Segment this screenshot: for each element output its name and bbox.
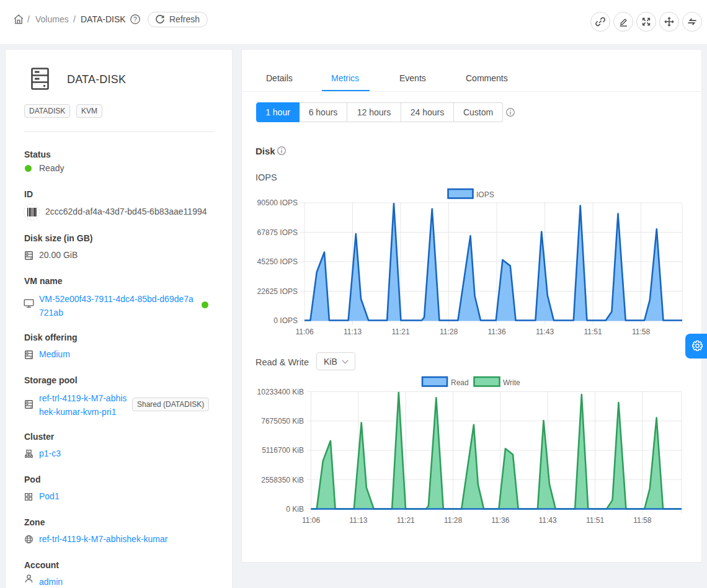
svg-text:90500 IOPS: 90500 IOPS <box>257 198 298 207</box>
svg-text:2558350 KiB: 2558350 KiB <box>261 476 304 484</box>
svg-text:11:51: 11:51 <box>584 327 602 336</box>
svg-text:11:43: 11:43 <box>536 327 554 336</box>
svg-text:11:58: 11:58 <box>632 327 650 336</box>
svg-text:11:43: 11:43 <box>539 516 557 525</box>
svg-text:IOPS: IOPS <box>476 190 494 199</box>
svg-text:11:13: 11:13 <box>344 327 362 336</box>
svg-text:Write: Write <box>503 378 520 387</box>
svg-text:11:28: 11:28 <box>440 327 458 336</box>
svg-text:67875 IOPS: 67875 IOPS <box>257 228 298 237</box>
svg-text:11:21: 11:21 <box>397 516 415 525</box>
svg-text:Read: Read <box>451 378 469 387</box>
svg-text:45250 IOPS: 45250 IOPS <box>257 257 298 266</box>
svg-text:5116700 KiB: 5116700 KiB <box>262 446 304 455</box>
svg-text:11:36: 11:36 <box>487 327 505 336</box>
svg-text:11:21: 11:21 <box>391 327 409 336</box>
svg-text:7675050 KiB: 7675050 KiB <box>261 417 304 425</box>
svg-text:11:28: 11:28 <box>444 516 462 525</box>
svg-text:11:06: 11:06 <box>302 516 320 525</box>
svg-text:0 KiB: 0 KiB <box>286 505 304 514</box>
svg-text:11:36: 11:36 <box>491 516 509 525</box>
svg-text:11:13: 11:13 <box>349 516 367 525</box>
svg-text:22625 IOPS: 22625 IOPS <box>257 287 298 296</box>
svg-text:10233400 KiB: 10233400 KiB <box>257 388 304 396</box>
svg-text:11:58: 11:58 <box>633 516 651 525</box>
svg-text:11:51: 11:51 <box>586 516 604 525</box>
svg-text:0 IOPS: 0 IOPS <box>273 316 298 325</box>
svg-text:11:06: 11:06 <box>295 327 313 336</box>
